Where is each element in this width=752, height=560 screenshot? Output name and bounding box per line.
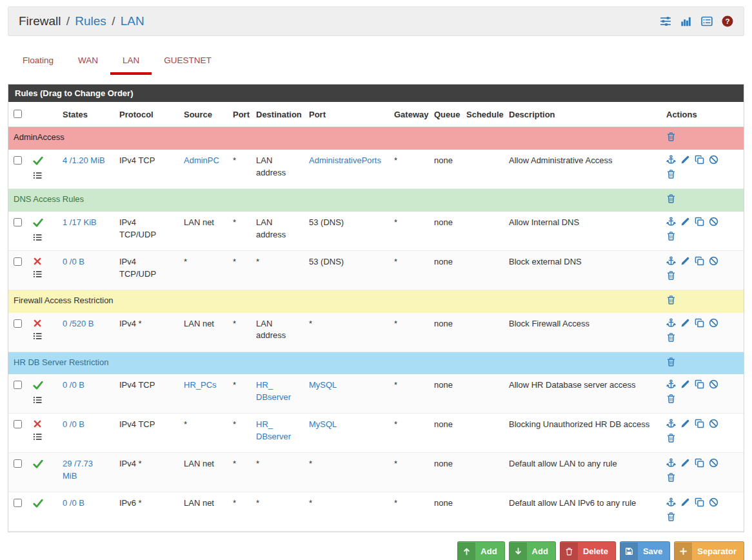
ban-icon[interactable] (709, 497, 718, 507)
ban-icon[interactable] (709, 256, 718, 266)
save-button[interactable]: Save (620, 541, 670, 560)
states-link[interactable]: 0 /0 B (63, 380, 84, 390)
rule-checkbox[interactable] (14, 381, 22, 389)
rule-row[interactable]: 29 /7.73 MiBIPv4 *LAN net****noneDefault… (8, 453, 744, 492)
chart-icon[interactable] (680, 15, 692, 27)
trash-icon[interactable] (666, 332, 676, 342)
copy-icon[interactable] (695, 256, 704, 266)
copy-icon[interactable] (695, 217, 704, 226)
help-icon[interactable]: ? (722, 15, 733, 27)
trash-icon[interactable] (666, 357, 676, 366)
trash-icon[interactable] (666, 270, 676, 280)
col-destination-port: Port (304, 102, 389, 127)
rule-checkbox[interactable] (14, 499, 22, 507)
rule-checkbox[interactable] (14, 420, 22, 428)
destination-port-link[interactable]: MySQL (309, 380, 337, 390)
pencil-icon[interactable] (680, 458, 690, 468)
states-link[interactable]: 0 /0 B (63, 498, 84, 508)
copy-icon[interactable] (695, 419, 704, 428)
rule-row[interactable]: 0 /0 BIPv4 TCP**HR_DBserverMySQL*noneBlo… (8, 414, 744, 453)
anchor-icon[interactable] (666, 318, 676, 328)
trash-icon[interactable] (666, 132, 676, 141)
anchor-icon[interactable] (666, 458, 676, 468)
trash-icon[interactable] (666, 433, 676, 443)
breadcrumb-link-lan[interactable]: LAN (121, 14, 144, 28)
select-all-checkbox[interactable] (14, 110, 22, 118)
rule-checkbox[interactable] (14, 156, 22, 165)
trash-icon[interactable] (666, 512, 676, 521)
pencil-icon[interactable] (680, 217, 690, 226)
breadcrumb-separator: / (112, 14, 115, 28)
source-port-value: * (233, 217, 236, 227)
copy-icon[interactable] (695, 318, 704, 328)
ban-icon[interactable] (709, 458, 718, 468)
states-link[interactable]: 0 /520 B (63, 319, 94, 328)
destination-port-link[interactable]: MySQL (309, 419, 337, 429)
states-link[interactable]: 1 /17 KiB (63, 217, 97, 227)
copy-icon[interactable] (695, 497, 704, 507)
rule-checkbox[interactable] (14, 257, 22, 266)
trash-icon[interactable] (666, 194, 676, 203)
trash-icon[interactable] (666, 394, 676, 403)
anchor-icon[interactable] (666, 256, 676, 266)
tab-wan[interactable]: WAN (66, 46, 110, 75)
destination-link[interactable]: HR_DBserver (256, 380, 291, 402)
copy-icon[interactable] (695, 379, 704, 389)
rule-checkbox[interactable] (14, 319, 22, 328)
log-icon[interactable] (701, 15, 713, 27)
rule-row[interactable]: 0 /520 BIPv4 *LAN net*LAN address**noneB… (8, 313, 744, 352)
ban-icon[interactable] (709, 217, 718, 226)
states-link[interactable]: 0 /0 B (63, 257, 84, 266)
trash-icon[interactable] (666, 295, 676, 305)
states-link[interactable]: 4 /1.20 MiB (63, 155, 105, 165)
copy-icon[interactable] (695, 458, 704, 468)
delete-button[interactable]: Delete (560, 541, 616, 560)
pencil-icon[interactable] (680, 155, 690, 165)
pencil-icon[interactable] (680, 318, 690, 328)
anchor-icon[interactable] (666, 217, 676, 226)
pencil-icon[interactable] (680, 497, 690, 507)
states-link[interactable]: 29 /7.73 MiB (63, 459, 93, 481)
anchor-icon[interactable] (666, 497, 676, 507)
tab-guestnet[interactable]: GUESTNET (152, 46, 224, 75)
rule-row[interactable]: 0 /0 BIPv4 TCPHR_PCs*HR_DBserverMySQL*no… (8, 374, 744, 414)
pencil-icon[interactable] (680, 379, 690, 389)
add-separator-button[interactable]: Separator (674, 541, 744, 560)
states-link[interactable]: 0 /0 B (63, 419, 84, 429)
rule-row[interactable]: 1 /17 KiBIPv4 TCP/UDPLAN net*LAN address… (8, 212, 744, 251)
source-port-value: * (233, 459, 236, 468)
ban-icon[interactable] (709, 379, 718, 389)
destination-link[interactable]: HR_DBserver (256, 419, 291, 441)
tab-lan[interactable]: LAN (110, 46, 152, 75)
rule-checkbox[interactable] (14, 218, 22, 226)
rule-row[interactable]: 4 /1.20 MiBIPv4 TCPAdminPC*LAN addressAd… (8, 150, 744, 189)
rule-row[interactable]: 0 /0 BIPv4 TCP/UDP***53 (DNS)*noneBlock … (8, 250, 744, 290)
tab-floating[interactable]: Floating (10, 46, 66, 75)
ban-icon[interactable] (709, 419, 718, 428)
anchor-icon[interactable] (666, 419, 676, 428)
source-link[interactable]: HR_PCs (184, 380, 217, 390)
breadcrumb-separator: / (66, 14, 70, 28)
copy-icon[interactable] (695, 155, 704, 165)
breadcrumb-link-rules[interactable]: Rules (75, 14, 106, 28)
ban-icon[interactable] (709, 155, 718, 165)
anchor-icon[interactable] (666, 155, 676, 165)
rule-checkbox[interactable] (14, 459, 22, 468)
rule-actions (661, 313, 744, 352)
ban-icon[interactable] (709, 318, 718, 328)
pencil-icon[interactable] (680, 256, 690, 266)
destination-value: * (256, 257, 259, 266)
trash-icon[interactable] (666, 472, 676, 482)
sliders-icon[interactable] (660, 15, 671, 27)
add-rule-bottom-button[interactable]: Add (509, 541, 556, 560)
destination-port-link[interactable]: AdministrativePorts (309, 155, 381, 165)
trash-icon[interactable] (666, 231, 676, 241)
pencil-icon[interactable] (680, 419, 690, 428)
anchor-icon[interactable] (666, 379, 676, 389)
trash-icon[interactable] (666, 169, 676, 179)
add-rule-top-button[interactable]: Add (457, 541, 504, 560)
source-link[interactable]: AdminPC (184, 155, 219, 165)
rule-row[interactable]: 0 /0 BIPv6 *LAN net****noneDefault allow… (8, 492, 744, 532)
rule-state-icons (33, 256, 52, 279)
protocol-value: IPv4 * (119, 459, 142, 468)
